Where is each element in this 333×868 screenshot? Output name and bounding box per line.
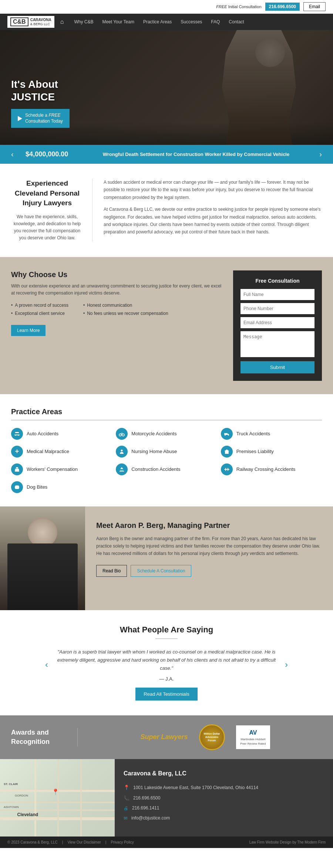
footer-phone: 216.696.6500 (133, 795, 160, 801)
address-item: 📍 1001 Lakeside Avenue East, Suite 1700 … (124, 784, 324, 791)
practice-item[interactable]: Motorcycle Accidents (116, 428, 217, 440)
svg-rect-9 (225, 468, 226, 471)
nav-why[interactable]: Why C&B (70, 19, 98, 24)
nursing-home-icon (116, 446, 128, 458)
super-lawyers-logo: Super Lawyers (141, 733, 188, 741)
nav-faq[interactable]: FAQ (206, 19, 224, 24)
read-bio-button[interactable]: Read Bio (96, 565, 127, 577)
nav-contact[interactable]: Contact (224, 19, 248, 24)
testimonial-content: "Aaron is a superb trial lawyer with who… (56, 648, 278, 682)
testimonials-heading: What People Are Saying (11, 625, 322, 635)
full-name-input[interactable] (240, 289, 314, 300)
team-photo (0, 506, 85, 610)
phone-input[interactable] (240, 303, 314, 314)
workers-comp-icon (11, 463, 23, 475)
practice-item[interactable]: Auto Accidents (11, 428, 112, 440)
intro-subtext: We have the experience, skills, knowledg… (11, 213, 83, 242)
disclaimer-link[interactable]: View Our Disclaimer (67, 840, 101, 844)
awards-label: Awards and Recognition (11, 728, 78, 746)
auto-accidents-icon (11, 428, 23, 440)
learn-more-button[interactable]: Learn More (11, 325, 46, 336)
construction-accidents-icon (116, 463, 128, 475)
premises-liability-icon (221, 446, 233, 458)
practice-label: Truck Accidents (236, 431, 270, 436)
why-list-right: •Honest communication •No fees unless we… (83, 303, 168, 319)
intro-right: A sudden accident or medical error can c… (104, 179, 322, 242)
svg-point-4 (228, 435, 229, 435)
why-item: •Honest communication (83, 303, 168, 308)
practice-label: Workers' Compensation (27, 466, 78, 472)
home-icon[interactable]: ⌂ (60, 19, 64, 25)
intro-left: Experienced Cleveland Personal Injury La… (11, 179, 92, 242)
intro-para2: At Caravona & Berg LLC, we devote our en… (104, 206, 322, 236)
settlement-slider: ‹ $4,000,000.00 Wrongful Death Settlemen… (0, 145, 333, 164)
logo[interactable]: C&B CARAVONA & BERG LLC (7, 16, 54, 28)
footer-section: ST. CLAIR GORDON ASHTOWN Cleveland 📍 Car… (0, 759, 333, 837)
testimonial-prev-arrow[interactable]: ‹ (45, 659, 48, 670)
practice-label: Premises Liability (236, 449, 274, 454)
practice-label: Railway Crossing Accidents (236, 466, 296, 472)
why-item: •A proven record of success (11, 303, 68, 308)
team-section: Meet Aaron P. Berg, Managing Partner Aar… (0, 506, 333, 610)
slider-amount: $4,000,000.00 (17, 150, 77, 158)
svg-rect-2 (224, 433, 228, 435)
free-consultation-label: FREE Initial Consultation (216, 4, 261, 9)
practice-item[interactable]: Truck Accidents (221, 428, 322, 440)
practice-label: Medical Malpractice (27, 449, 69, 454)
read-all-testimonials-button[interactable]: Read All Testimonials (135, 688, 197, 701)
svg-point-5 (121, 449, 123, 451)
why-content: Why Choose Us With our extensive experie… (11, 270, 222, 336)
medical-malpractice-icon (11, 446, 23, 458)
form-title: Free Consultation (240, 278, 314, 284)
privacy-policy-link[interactable]: Privacy Policy (111, 840, 134, 844)
logo-cb-icon: C&B (10, 17, 28, 26)
dog-bites-icon (11, 481, 23, 493)
practice-label: Nursing Home Abuse (131, 449, 177, 454)
footer-email: info@cbjustice.com (131, 815, 170, 821)
practice-label: Dog Bites (27, 484, 47, 490)
email-input[interactable] (240, 317, 314, 328)
why-list-left: •A proven record of success •Exceptional… (11, 303, 68, 319)
truck-accidents-icon (221, 428, 233, 440)
practice-label: Construction Accidents (131, 466, 180, 472)
practice-grid: Auto Accidents Motorcycle Accidents Truc… (11, 428, 322, 493)
fax-item: 🖨 216.696.1411 (124, 805, 324, 811)
practice-item[interactable]: Railway Crossing Accidents (221, 463, 322, 475)
schedule-consultation-button[interactable]: Schedule a FREE Consultation Today (11, 109, 70, 128)
slider-next-arrow[interactable]: › (316, 150, 326, 159)
slider-prev-arrow[interactable]: ‹ (7, 150, 17, 159)
phone-number[interactable]: 216.696.6500 (265, 3, 300, 11)
awards-logos: Super Lawyers Million Dollar Advocates F… (78, 724, 322, 750)
why-heading: Why Choose Us (11, 270, 222, 279)
slider-text: Wrongful Death Settlement for Constructi… (77, 151, 316, 158)
nav-successes[interactable]: Successes (176, 19, 206, 24)
credit-text: Law Firm Website Design by The Modern Fi… (249, 840, 326, 844)
team-heading: Meet Aaron P. Berg, Managing Partner (96, 521, 322, 530)
why-item: •Exceptional client service (11, 311, 68, 316)
nav-team[interactable]: Meet Your Team (98, 19, 139, 24)
testimonial-next-arrow[interactable]: › (285, 659, 288, 670)
schedule-consultation-button[interactable]: Schedule A Consultation (131, 565, 191, 577)
email-icon: ✉ (124, 815, 128, 821)
email-button[interactable]: Email (303, 2, 326, 11)
nav-practice[interactable]: Practice Areas (139, 19, 176, 24)
map: ST. CLAIR GORDON ASHTOWN Cleveland 📍 (0, 759, 115, 837)
phone-item: 📞 216.696.6500 (124, 795, 324, 801)
testimonial-quote: "Aaron is a superb trial lawyer with who… (56, 648, 278, 672)
svg-point-3 (225, 435, 225, 435)
practice-item[interactable]: Workers' Compensation (11, 463, 112, 475)
svg-rect-7 (17, 468, 17, 469)
practice-item[interactable]: Premises Liability (221, 446, 322, 458)
av-badge: AV Martindale-Hubbell Peer Review Rated (236, 725, 270, 749)
practice-item[interactable]: Construction Accidents (116, 463, 217, 475)
email-item: ✉ info@cbjustice.com (124, 815, 324, 821)
awards-heading: Awards and Recognition (11, 728, 70, 746)
footer-bottom: © 2023 Caravona & Berg, LLC | View Our D… (0, 837, 333, 848)
team-bio: Aaron Berg is the owner and managing par… (96, 535, 322, 558)
message-input[interactable] (240, 331, 314, 357)
practice-item[interactable]: Dog Bites (11, 481, 112, 493)
practice-item[interactable]: Nursing Home Abuse (116, 446, 217, 458)
practice-item[interactable]: Medical Malpractice (11, 446, 112, 458)
submit-button[interactable]: Submit (240, 361, 314, 373)
motorcycle-accidents-icon (116, 428, 128, 440)
